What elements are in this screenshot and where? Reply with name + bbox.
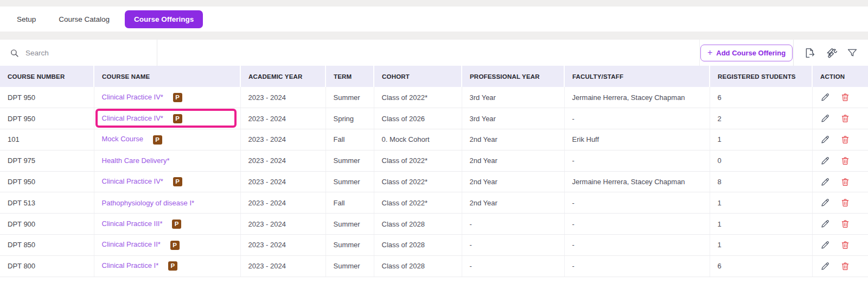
edit-icon[interactable] [820, 114, 830, 123]
course-number-cell: 101 [0, 129, 94, 151]
delete-icon[interactable] [840, 240, 850, 250]
course-name-cell: Clinical Practice IV* P [94, 108, 240, 129]
wrench-icon[interactable] [826, 47, 837, 59]
action-cell [812, 150, 868, 171]
add-section: + Add Course Offering [699, 40, 793, 66]
delete-icon[interactable] [840, 177, 850, 187]
delete-icon[interactable] [840, 114, 850, 123]
edit-icon[interactable] [820, 156, 830, 166]
course-name-link[interactable]: Mock Course [102, 135, 144, 143]
term-cell: Summer [326, 235, 374, 256]
course-number-cell: DPT 850 [0, 235, 94, 256]
edit-icon[interactable] [820, 198, 830, 208]
academic-year-cell: 2023 - 2024 [240, 192, 326, 214]
term-cell: Fall [326, 129, 374, 151]
column-label: ACTION [820, 73, 845, 80]
cohort-cell: Class of 2022* [374, 87, 462, 108]
course-name-link[interactable]: Clinical Practice I* [102, 261, 159, 270]
table-body: DPT 950 Clinical Practice IV* P 2023 - 2… [0, 87, 868, 277]
delete-icon[interactable] [840, 219, 850, 229]
registered-students-cell: 1 [710, 192, 812, 214]
table-row: DPT 975 Health Care Delivery* 2023 - 202… [0, 150, 868, 171]
action-cell [812, 235, 868, 256]
registered-students-cell: 0 [710, 150, 812, 171]
column-header-professional_year: PROFESSIONAL YEAR [462, 66, 564, 87]
academic-year-cell: 2023 - 2024 [240, 171, 326, 192]
action-cell [812, 255, 868, 277]
tab-setup[interactable]: Setup [9, 10, 43, 28]
course-offerings-panel: + Add Course Offering [0, 40, 868, 282]
course-name-cell: Clinical Practice II* P [94, 235, 240, 256]
term-cell: Summer [326, 214, 374, 235]
table-row: DPT 900 Clinical Practice III* P 2023 - … [0, 214, 868, 235]
delete-icon[interactable] [840, 261, 850, 271]
faculty-staff-cell: - [564, 150, 710, 171]
edit-icon[interactable] [820, 219, 830, 229]
column-label: TERM [334, 73, 352, 80]
course-offerings-table: COURSE NUMBERCOURSE NAMEACADEMIC YEARTER… [0, 66, 868, 277]
cohort-cell: Class of 2026 [374, 108, 462, 129]
course-name-link[interactable]: Pathophysiology of disease I* [102, 199, 195, 207]
column-header-cohort: COHORT [374, 66, 462, 87]
column-label: COHORT [382, 73, 410, 80]
search-input[interactable] [24, 48, 138, 58]
edit-icon[interactable] [820, 177, 830, 187]
course-name-cell: Mock Course P [94, 129, 240, 151]
tab-bar: SetupCourse CatalogCourse Offerings [0, 7, 868, 32]
course-name-link[interactable]: Health Care Delivery* [102, 156, 170, 165]
course-name-link[interactable]: Clinical Practice III* [102, 220, 163, 228]
faculty-staff-cell: - [564, 235, 710, 256]
table-row: DPT 800 Clinical Practice I* P 2023 - 20… [0, 255, 868, 277]
term-cell: Summer [326, 255, 374, 277]
course-number-cell: DPT 975 [0, 150, 94, 171]
table-row: DPT 950 Clinical Practice IV* P 2023 - 2… [0, 171, 868, 192]
academic-year-cell: 2023 - 2024 [240, 150, 326, 171]
column-header-course_number: COURSE NUMBER [0, 66, 94, 87]
registered-students-cell: 1 [710, 214, 812, 235]
professional-year-cell: 2nd Year [462, 192, 564, 214]
action-cell [812, 171, 868, 192]
p-badge: P [153, 135, 162, 145]
cohort-cell: Class of 2022* [374, 192, 462, 214]
delete-icon[interactable] [840, 156, 850, 166]
registered-students-cell: 6 [710, 255, 812, 277]
term-cell: Summer [326, 150, 374, 171]
delete-icon[interactable] [840, 135, 850, 145]
p-badge: P [173, 114, 182, 123]
professional-year-cell: 3rd Year [462, 108, 564, 129]
edit-icon[interactable] [820, 261, 830, 271]
cohort-cell: Class of 2022* [374, 171, 462, 192]
faculty-staff-cell: - [564, 255, 710, 277]
course-number-cell: DPT 950 [0, 87, 94, 108]
add-course-offering-button[interactable]: + Add Course Offering [700, 45, 793, 61]
tab-course-catalog[interactable]: Course Catalog [51, 10, 117, 28]
term-cell: Fall [326, 192, 374, 214]
edit-icon[interactable] [820, 240, 830, 250]
course-number-cell: DPT 900 [0, 214, 94, 235]
registered-students-cell: 8 [710, 171, 812, 192]
toolbar-icons [793, 40, 868, 66]
registered-students-cell: 2 [710, 108, 812, 129]
delete-icon[interactable] [840, 198, 850, 208]
course-name-link[interactable]: Clinical Practice IV* [102, 114, 163, 122]
edit-icon[interactable] [820, 135, 830, 145]
tab-course-offerings[interactable]: Course Offerings [125, 10, 203, 28]
course-name-cell: Clinical Practice IV* P [94, 87, 240, 108]
delete-icon[interactable] [840, 92, 850, 102]
course-name-link[interactable]: Clinical Practice IV* [102, 177, 163, 185]
column-label: ACADEMIC YEAR [248, 73, 303, 80]
search-box[interactable] [0, 40, 157, 66]
plus-icon: + [707, 49, 712, 56]
action-cell [812, 214, 868, 235]
cohort-cell: Class of 2028 [374, 255, 462, 277]
academic-year-cell: 2023 - 2024 [240, 129, 326, 151]
course-name-link[interactable]: Clinical Practice IV* [102, 93, 163, 101]
edit-icon[interactable] [820, 92, 830, 102]
course-name-link[interactable]: Clinical Practice II* [102, 240, 161, 248]
filter-icon[interactable] [847, 47, 858, 58]
column-label: FACULTY/STAFF [572, 73, 623, 80]
term-cell: Summer [326, 87, 374, 108]
registered-students-cell: 1 [710, 129, 812, 151]
export-icon[interactable] [804, 47, 815, 59]
action-cell [812, 87, 868, 108]
